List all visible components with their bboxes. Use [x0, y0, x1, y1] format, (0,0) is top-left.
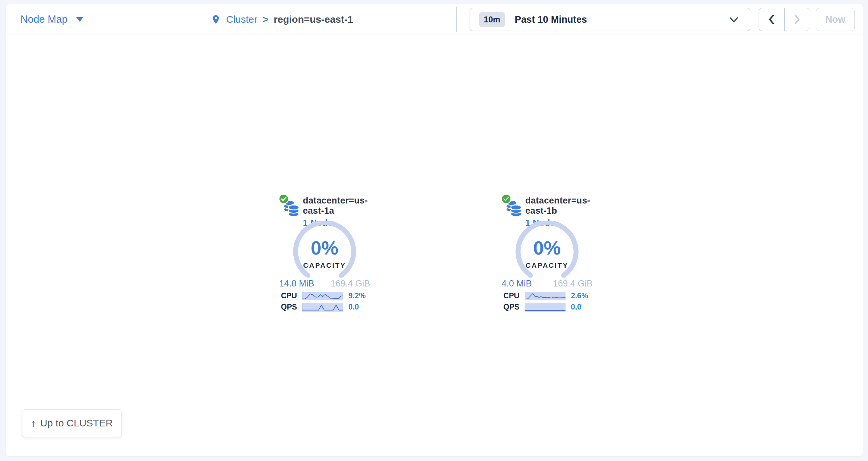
capacity-used: 4.0 MiB [501, 278, 532, 289]
capacity-total: 169.4 GiB [331, 278, 370, 289]
cpu-metric-row: CPU 9.2% [278, 291, 371, 300]
time-nav-group [758, 8, 810, 31]
datacenter-title: datacenter=us-east-1a [303, 196, 371, 216]
capacity-values: 14.0 MiB 169.4 GiB [279, 278, 370, 289]
qps-label: QPS [278, 303, 297, 311]
now-button[interactable]: Now [816, 8, 855, 31]
qps-metric-row: QPS 0.0 [278, 303, 371, 311]
datacenter-header: datacenter=us-east-1b 1 Node [501, 194, 593, 221]
view-mode-dropdown[interactable]: Node Map [21, 4, 83, 35]
cpu-label: CPU [501, 291, 519, 300]
chevron-right-icon [792, 13, 803, 26]
chevron-down-icon [76, 17, 83, 22]
breadcrumb-cluster-link[interactable]: Cluster [226, 14, 257, 25]
capacity-ring: 0% CAPACITY [511, 221, 583, 278]
location-pin-icon [211, 13, 221, 26]
datacenter-title: datacenter=us-east-1b [525, 196, 593, 216]
capacity-values: 4.0 MiB 169.4 GiB [501, 278, 592, 289]
time-next-button[interactable] [784, 8, 810, 31]
capacity-ring: 0% CAPACITY [288, 221, 361, 278]
breadcrumb-separator: > [262, 14, 269, 25]
qps-value: 0.0 [348, 303, 371, 311]
breadcrumb: Cluster > region=us-east-1 [211, 4, 353, 35]
cpu-value: 2.6% [571, 291, 593, 300]
datacenter-card-us-east-1b[interactable]: datacenter=us-east-1b 1 Node 0% CAPACITY… [501, 194, 593, 311]
up-to-cluster-button[interactable]: ↑ Up to CLUSTER [22, 409, 122, 437]
up-to-cluster-label: Up to CLUSTER [40, 418, 113, 429]
time-range-dropdown[interactable]: 10m Past 10 Minutes [470, 8, 750, 31]
up-arrow-icon: ↑ [31, 417, 36, 429]
time-range-label: Past 10 Minutes [515, 14, 587, 25]
cpu-label: CPU [278, 291, 297, 300]
qps-sparkline [302, 303, 343, 311]
cpu-sparkline [302, 292, 343, 300]
qps-label: QPS [501, 303, 519, 311]
capacity-percent: 0% [511, 238, 583, 258]
capacity-used: 14.0 MiB [279, 278, 314, 289]
view-mode-label: Node Map [21, 13, 67, 25]
cpu-metric-row: CPU 2.6% [501, 291, 593, 300]
datacenter-header: datacenter=us-east-1a 1 Node [278, 194, 371, 221]
qps-metric-row: QPS 0.0 [501, 303, 593, 311]
cpu-value: 9.2% [348, 291, 371, 300]
cpu-sparkline [525, 292, 565, 300]
chevron-down-icon [729, 16, 739, 23]
app-container: Node Map Cluster > region=us-east-1 10m … [6, 4, 863, 456]
capacity-percent: 0% [288, 238, 361, 258]
capacity-caption: CAPACITY [288, 261, 361, 269]
datacenter-card-us-east-1a[interactable]: datacenter=us-east-1a 1 Node 0% CAPACITY… [278, 194, 371, 311]
top-bar: Node Map Cluster > region=us-east-1 10m … [6, 4, 863, 35]
chevron-left-icon [766, 13, 777, 26]
capacity-caption: CAPACITY [511, 261, 583, 269]
time-prev-button[interactable] [759, 8, 784, 31]
breadcrumb-current-locality: region=us-east-1 [274, 14, 353, 25]
capacity-total: 169.4 GiB [553, 278, 592, 289]
healthy-check-icon [278, 194, 289, 204]
qps-sparkline [525, 303, 565, 311]
qps-value: 0.0 [571, 303, 593, 311]
healthy-check-icon [501, 194, 512, 204]
time-range-badge: 10m [479, 12, 505, 27]
